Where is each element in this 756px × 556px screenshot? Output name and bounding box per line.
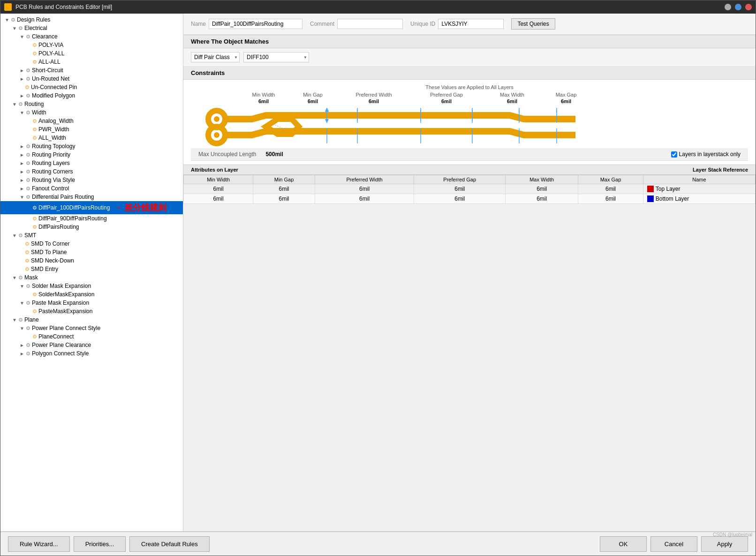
tree-item-routing-priority[interactable]: ►⚙Routing Priority bbox=[0, 150, 183, 159]
expand-btn[interactable]: ▼ bbox=[12, 26, 17, 31]
expand-btn[interactable]: ▼ bbox=[19, 34, 25, 39]
tree-item-routing-layers[interactable]: ►⚙Routing Layers bbox=[0, 159, 183, 167]
tree-item-short-circuit[interactable]: ►⚙Short-Circuit bbox=[0, 66, 183, 75]
tree-item-soldermask-expansion[interactable]: ⚙SolderMaskExpansion bbox=[0, 290, 183, 299]
comment-input[interactable] bbox=[337, 19, 403, 29]
tree-item-all-width[interactable]: ⚙ALL_Width bbox=[0, 134, 183, 142]
tree-item-diffpair-90[interactable]: ⚙DiffPair_90DiffPairsRouting bbox=[0, 214, 183, 223]
comment-group: Comment bbox=[310, 19, 403, 29]
expand-btn[interactable]: ► bbox=[19, 93, 25, 98]
cancel-button[interactable]: Cancel bbox=[650, 536, 697, 552]
tree-item-solder-mask-exp[interactable]: ▼⚙Solder Mask Expansion bbox=[0, 282, 183, 290]
tree-item-un-connected-pin[interactable]: ⚙Un-Connected Pin bbox=[0, 83, 183, 91]
bottom-bar-right: OK Cancel Apply bbox=[600, 536, 748, 552]
tree-item-smt[interactable]: ▼⚙SMT bbox=[0, 231, 183, 240]
minimize-button[interactable] bbox=[725, 4, 731, 10]
tree-item-plane[interactable]: ▼⚙Plane bbox=[0, 316, 183, 324]
tree-icon-power-plane-connect: ⚙ bbox=[26, 325, 30, 331]
tree-item-un-routed-net[interactable]: ►⚙Un-Routed Net bbox=[0, 75, 183, 83]
tree-item-diffpair-100[interactable]: ⚙DiffPair_100DiffPairsRouting→ 差分线规则 bbox=[0, 201, 183, 214]
match-type-dropdown[interactable]: Diff Pair Class bbox=[191, 52, 240, 62]
th-min-gap: Min Gap bbox=[253, 175, 315, 184]
tree-item-diff-pairs-routing[interactable]: ▼⚙Differential Pairs Routing bbox=[0, 193, 183, 201]
tree-icon-smd-plane: ⚙ bbox=[25, 249, 30, 255]
tree-item-poly-via[interactable]: ⚙POLY-VIA bbox=[0, 41, 183, 49]
table-row-1: 6mil 6mil 6mil 6mil 6mil 6mil Bottom Lay… bbox=[184, 194, 756, 204]
expand-btn[interactable]: ► bbox=[19, 343, 25, 348]
tree-item-poly-all[interactable]: ⚙POLY-ALL bbox=[0, 49, 183, 58]
expand-btn[interactable]: ▼ bbox=[19, 326, 25, 331]
tree-item-smd-neck-down[interactable]: ⚙SMD Neck-Down bbox=[0, 256, 183, 265]
tree-item-all-all[interactable]: ⚙ALL-ALL bbox=[0, 58, 183, 66]
layers-in-stack-checkbox[interactable] bbox=[671, 151, 677, 158]
tree-item-routing-topology[interactable]: ►⚙Routing Topology bbox=[0, 142, 183, 150]
priorities-button[interactable]: Priorities... bbox=[74, 536, 126, 552]
tree-icon-all-width: ⚙ bbox=[32, 135, 37, 141]
tree-item-routing-corners[interactable]: ►⚙Routing Corners bbox=[0, 167, 183, 176]
tree-item-polygon-connect[interactable]: ►⚙Polygon Connect Style bbox=[0, 349, 183, 358]
unique-id-input[interactable] bbox=[438, 19, 504, 29]
tree-item-power-plane-clear[interactable]: ►⚙Power Plane Clearance bbox=[0, 341, 183, 349]
expand-btn[interactable]: ► bbox=[19, 186, 25, 191]
tree-icon-routing-topology: ⚙ bbox=[26, 143, 30, 150]
tree-icon-poly-all: ⚙ bbox=[32, 51, 37, 57]
expand-btn[interactable]: ▼ bbox=[19, 284, 25, 289]
expand-btn[interactable]: ► bbox=[19, 161, 25, 166]
expand-btn[interactable]: ► bbox=[19, 351, 25, 356]
expand-btn[interactable]: ▼ bbox=[12, 233, 17, 238]
close-button[interactable] bbox=[745, 4, 752, 10]
where-matches-title: Where The Object Matches bbox=[191, 38, 269, 45]
col-val-pref-gap: 6mil bbox=[411, 98, 482, 104]
expand-btn[interactable]: ► bbox=[19, 144, 25, 149]
tree-icon-diffpairsrouting: ⚙ bbox=[32, 224, 37, 230]
tree-item-smd-plane[interactable]: ⚙SMD To Plane bbox=[0, 248, 183, 256]
expand-btn[interactable]: ▼ bbox=[4, 17, 10, 23]
tree-item-clearance[interactable]: ▼⚙Clearance bbox=[0, 32, 183, 41]
tree-item-power-plane-connect[interactable]: ▼⚙Power Plane Connect Style bbox=[0, 324, 183, 332]
expand-btn[interactable]: ▼ bbox=[12, 317, 17, 323]
tree-label-routing-via-style: Routing Via Style bbox=[32, 177, 75, 183]
rule-wizard-button[interactable]: Rule Wizard... bbox=[8, 536, 70, 552]
tree-label-fanout-control: Fanout Control bbox=[32, 185, 69, 192]
match-value-dropdown[interactable]: DIFF100 bbox=[243, 52, 309, 62]
tree-item-planeconnect[interactable]: ⚙PlaneConnect bbox=[0, 332, 183, 341]
tree-item-routing[interactable]: ▼⚙Routing bbox=[0, 100, 183, 108]
apply-button[interactable]: Apply bbox=[701, 536, 748, 552]
tree-item-paste-mask-exp[interactable]: ▼⚙Paste Mask Expansion bbox=[0, 299, 183, 307]
expand-btn[interactable]: ▼ bbox=[19, 110, 25, 115]
ok-button[interactable]: OK bbox=[600, 536, 647, 552]
cell-max-width-0: 6mil bbox=[506, 184, 578, 194]
expand-btn[interactable]: ► bbox=[19, 178, 25, 183]
tree-item-analog-width[interactable]: ⚙Analog_Width bbox=[0, 117, 183, 125]
tree-item-fanout-control[interactable]: ►⚙Fanout Control bbox=[0, 184, 183, 193]
expand-btn[interactable]: ► bbox=[19, 68, 25, 73]
tree-item-mask[interactable]: ▼⚙Mask bbox=[0, 273, 183, 282]
tree-item-width[interactable]: ▼⚙Width bbox=[0, 108, 183, 117]
expand-btn[interactable]: ► bbox=[19, 76, 25, 82]
tree-item-design-rules[interactable]: ▼⚙Design Rules bbox=[0, 15, 183, 24]
tree-item-modified-polygon[interactable]: ►⚙Modified Polygon bbox=[0, 91, 183, 100]
expand-btn[interactable]: ▼ bbox=[19, 301, 25, 306]
tree-icon-routing: ⚙ bbox=[18, 101, 23, 107]
expand-btn[interactable]: ▼ bbox=[19, 195, 25, 200]
expand-btn[interactable]: ▼ bbox=[12, 102, 17, 107]
expand-btn[interactable]: ► bbox=[19, 169, 25, 174]
tree-item-smd-corner[interactable]: ⚙SMD To Corner bbox=[0, 240, 183, 248]
tree-item-pastemask-expansion[interactable]: ⚙PasteMaskExpansion bbox=[0, 307, 183, 316]
cell-min-gap-0: 6mil bbox=[253, 184, 315, 194]
name-input[interactable] bbox=[209, 19, 302, 29]
tree-label-all-width: ALL_Width bbox=[38, 135, 66, 141]
tree-label-diffpair-90: DiffPair_90DiffPairsRouting bbox=[38, 215, 107, 222]
tree-item-electrical[interactable]: ▼⚙Electrical bbox=[0, 24, 183, 32]
expand-btn[interactable]: ▼ bbox=[12, 275, 17, 280]
tree-label-soldermask-expansion: SolderMaskExpansion bbox=[38, 291, 94, 298]
expand-btn[interactable]: ► bbox=[19, 152, 25, 158]
tree-item-smd-entry[interactable]: ⚙SMD Entry bbox=[0, 265, 183, 273]
title-bar: PCB Rules and Constraints Editor [mil] bbox=[0, 0, 756, 14]
tree-item-routing-via-style[interactable]: ►⚙Routing Via Style bbox=[0, 176, 183, 184]
test-queries-button[interactable]: Test Queries bbox=[511, 18, 555, 30]
tree-item-pwr-width[interactable]: ⚙PWR_Width bbox=[0, 125, 183, 134]
tree-item-diffpairsrouting[interactable]: ⚙DiffPairsRouting bbox=[0, 223, 183, 231]
create-default-rules-button[interactable]: Create Default Rules bbox=[129, 536, 210, 552]
maximize-button[interactable] bbox=[735, 4, 741, 10]
